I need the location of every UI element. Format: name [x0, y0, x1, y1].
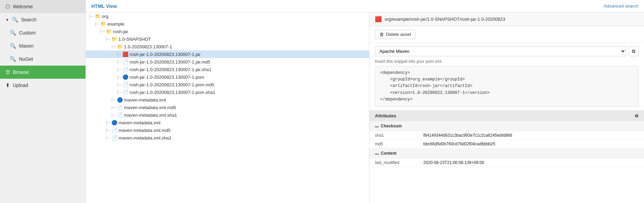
file-icon: 📄 [122, 82, 128, 87]
snippet-dropdown-row: Apache Maven ⧉ [375, 46, 638, 56]
tree-node-build-folder[interactable]: ├─ 📁 1.0-20200823.130007-1 [86, 43, 369, 50]
tree-connector: ├─ [100, 29, 105, 33]
content-icon: ▬ [375, 151, 379, 155]
tree-node-example[interactable]: ├─ 📁 example [86, 20, 369, 28]
browse-icon: ☰ [6, 69, 10, 75]
tree-label: maven-metadata.xml.md5 [119, 128, 171, 133]
tree-node-org[interactable]: ├─ 📁 org [86, 12, 369, 20]
html-view-title: HTML View [91, 3, 117, 9]
advanced-search-link[interactable]: Advanced search [604, 3, 638, 9]
file-icon: 📄 [122, 67, 128, 72]
last-modified-row: last_modified 2020-08-23T21:00:08.139+08… [369, 158, 644, 167]
folder-icon: 📁 [106, 29, 112, 34]
snippet-section: Apache Maven ⧉ Insert this snippet into … [369, 43, 644, 110]
sha1-row: sha1 f84149344d631c3bac993e7c1c2ca6245eb… [369, 131, 644, 140]
search-icon: 🔍 [10, 56, 16, 62]
tree-panel: ├─ 📁 org ├─ 📁 example ├─ 📁 rosh-jar ├─ 📁… [86, 12, 369, 203]
tree-node-meta-sha1[interactable]: ├─ 📄 maven-metadata.xml.sha1 [86, 111, 369, 119]
tree-connector: ├─ [105, 37, 111, 41]
tree-node-jar-md5[interactable]: ├─ 📄 rosh-jar-1.0-20200823.130007-1.jar.… [86, 58, 369, 66]
tree-label: rosh-jar-1.0-20200823.130007-1.jar.md5 [130, 59, 210, 65]
tree-node-pom-md5[interactable]: ├─ 📄 rosh-jar-1.0-20200823.130007-1.pom.… [86, 81, 369, 88]
folder-icon: 📁 [95, 13, 101, 19]
file-icon: 📄 [122, 89, 128, 95]
file-icon: 📄 [111, 127, 117, 133]
tree-connector: ├─ [111, 113, 116, 117]
tree-label: 1.0-SNAPSHOT [119, 37, 151, 42]
folder-icon: 📁 [117, 44, 123, 49]
tree-connector: ├─ [105, 136, 111, 140]
tree-node-meta-md5[interactable]: ├─ 📄 maven-metadata.xml.md5 [86, 104, 369, 111]
details-path: org/example/rosh-jar/1.0-SNAPSHOT/rosh-j… [385, 17, 505, 22]
tree-node-pom[interactable]: ├─ 🔵 rosh-jar-1.0-20200823.130007-1.pom [86, 73, 369, 81]
sidebar-item-welcome[interactable]: ⬡ Welcome [0, 0, 85, 13]
jar-icon: 🟥 [122, 51, 128, 57]
sidebar-item-search[interactable]: ▼ 🔍 Search [0, 13, 85, 26]
sidebar-item-nuget[interactable]: 🔍 NuGet [0, 52, 85, 66]
chevron-down-icon: ▼ [6, 18, 9, 22]
attributes-section-header: Attributes ⊖ [369, 110, 644, 121]
tree-node-jar-file[interactable]: ├─ 🟥 rosh-jar-1.0-20200823.130007-1.jar [86, 50, 369, 58]
tree-label: org [102, 14, 109, 19]
tree-node-root-meta-md5[interactable]: ├─ 📄 maven-metadata.xml.md5 [86, 126, 369, 134]
collapse-icon[interactable]: ⊖ [635, 113, 638, 118]
snippet-format-select[interactable]: Apache Maven [375, 46, 626, 56]
xml-icon: 🔵 [117, 97, 123, 103]
sidebar-item-browse[interactable]: ☰ Browse [0, 66, 85, 79]
sidebar-item-label: Browse [13, 69, 29, 75]
sidebar-item-label: Welcome [13, 4, 33, 9]
copy-icon: ⧉ [632, 48, 635, 54]
upload-icon: ⬆ [6, 82, 10, 88]
snippet-code: <dependency> <groupId>org.example</group… [375, 66, 638, 107]
checksum-subsection-header: ▬ Checksum [369, 121, 644, 131]
tree-label: rosh-jar-1.0-20200823.130007-1.jar [130, 52, 201, 57]
tree-label: rosh-jar [113, 29, 128, 34]
sidebar-item-custom[interactable]: 🔍 Custom [0, 26, 85, 39]
sidebar-item-upload[interactable]: ⬆ Upload [0, 79, 85, 92]
search-icon: 🔍 [10, 30, 16, 36]
tree-connector: ├─ [116, 83, 122, 87]
tree-node-meta-xml[interactable]: ├─ 🔵 maven-metadata.xml [86, 96, 369, 104]
tree-connector: ├─ [116, 60, 122, 64]
main-content: HTML View Advanced search ├─ 📁 org ├─ 📁 … [86, 0, 644, 203]
details-panel: 🟥 org/example/rosh-jar/1.0-SNAPSHOT/rosh… [369, 12, 644, 203]
tree-connector: ├─ [116, 75, 122, 79]
delete-btn-label: Delete asset [386, 32, 411, 37]
tree-node-pom-sha1[interactable]: ├─ 📄 rosh-jar-1.0-20200823.130007-1.pom.… [86, 88, 369, 96]
tree-label: example [108, 21, 125, 27]
tree-node-root-meta-sha1[interactable]: ├─ 📄 maven-metadata.xml.sha1 [86, 134, 369, 142]
pom-icon: 🔵 [122, 74, 128, 80]
tree-label: rosh-jar-1.0-20200823.130007-1.jar.sha1 [130, 67, 211, 72]
folder-icon: 📁 [100, 21, 106, 27]
sidebar-item-label: Upload [13, 83, 28, 88]
file-icon: 📄 [117, 112, 123, 118]
tree-label: maven-metadata.xml [119, 120, 160, 125]
tree-node-jar-sha1[interactable]: ├─ 📄 rosh-jar-1.0-20200823.130007-1.jar.… [86, 66, 369, 73]
jar-file-icon: 🟥 [375, 16, 382, 22]
tree-node-root-meta-xml[interactable]: ├─ 🔵 maven-metadata.xml [86, 119, 369, 126]
sidebar-item-maven[interactable]: 🔍 Maven [0, 39, 85, 52]
tree-connector: ├─ [111, 98, 116, 102]
tree-label: maven-metadata.xml.sha1 [119, 135, 172, 141]
tree-node-snapshot[interactable]: ├─ 📁 1.0-SNAPSHOT [86, 35, 369, 43]
sidebar-item-label: Custom [19, 30, 36, 36]
file-icon: 📄 [111, 135, 117, 141]
details-actions: 🗑 Delete asset [369, 26, 644, 43]
attributes-title: Attributes [375, 113, 396, 118]
tree-connector: ├─ [116, 52, 122, 56]
delete-asset-button[interactable]: 🗑 Delete asset [375, 30, 415, 39]
sidebar: ⬡ Welcome ▼ 🔍 Search 🔍 Custom 🔍 Maven 🔍 … [0, 0, 86, 203]
tree-label: maven-metadata.xml [124, 97, 166, 103]
tree-node-rosh-jar[interactable]: ├─ 📁 rosh-jar [86, 28, 369, 35]
search-icon: 🔍 [12, 17, 18, 23]
snippet-copy-button[interactable]: ⧉ [629, 46, 638, 56]
last-modified-key: last_modified [375, 160, 423, 165]
sha1-value: f84149344d631c3bac993e7c1c2ca6245ebfd866 [423, 133, 512, 138]
last-modified-value: 2020-08-23T21:00:08.139+08:00 [423, 160, 484, 165]
tree-label: rosh-jar-1.0-20200823.130007-1.pom [130, 75, 204, 80]
sidebar-item-label: Search [21, 17, 36, 22]
tree-connector: ├─ [105, 128, 111, 132]
content-subsection-header: ▬ Content [369, 148, 644, 158]
tree-label: rosh-jar-1.0-20200823.130007-1.pom.md5 [130, 82, 214, 87]
tree-connector: ├─ [116, 67, 122, 71]
